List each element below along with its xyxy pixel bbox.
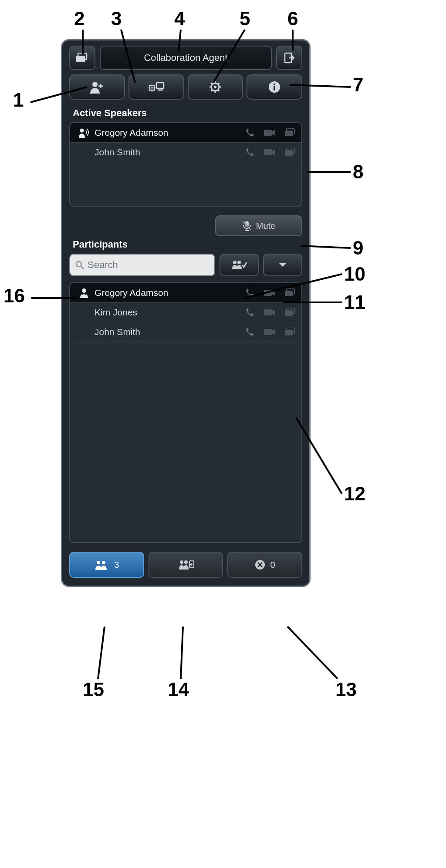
- windows-icon: [76, 53, 88, 63]
- participants-sort-button[interactable]: [220, 254, 259, 276]
- declined-tab[interactable]: 0: [227, 552, 302, 578]
- svg-point-5: [151, 87, 153, 89]
- callout-9: 9: [353, 237, 363, 259]
- svg-point-36: [184, 560, 188, 564]
- participant-row[interactable]: Gregory Adamson: [70, 283, 301, 303]
- svg-rect-32: [285, 330, 293, 335]
- svg-rect-18: [285, 150, 293, 156]
- screen-icon: [285, 148, 295, 157]
- speaker-name: John Smith: [92, 147, 245, 158]
- mute-button[interactable]: Mute: [215, 215, 302, 236]
- callout-6: 6: [287, 8, 298, 30]
- add-person-icon: [90, 80, 105, 94]
- svg-point-21: [233, 261, 237, 264]
- svg-rect-30: [264, 329, 272, 335]
- phone-icon: [245, 288, 254, 298]
- participants-dropdown-button[interactable]: [263, 254, 302, 276]
- windows-button[interactable]: [69, 46, 95, 70]
- phone-icon: [245, 147, 254, 157]
- participant-name: John Smith: [92, 327, 245, 337]
- participants-tab[interactable]: 3: [69, 552, 144, 578]
- svg-rect-11: [274, 86, 275, 90]
- participants-header: Participants: [73, 239, 299, 250]
- callout-11: 11: [344, 292, 365, 313]
- group-check-icon: [231, 259, 247, 271]
- group-icon: [94, 560, 109, 570]
- gear-monitor-icon: [148, 81, 165, 93]
- speaker-row[interactable]: John Smith: [70, 143, 301, 162]
- callout-5: 5: [240, 8, 250, 30]
- search-placeholder: Search: [88, 259, 118, 271]
- empty-area: [70, 162, 301, 206]
- host-icon: [79, 288, 89, 298]
- empty-area: [70, 342, 301, 542]
- info-button[interactable]: [247, 74, 302, 100]
- callout-13: 13: [335, 679, 357, 700]
- settings-button[interactable]: [188, 74, 243, 100]
- phone-icon: [245, 308, 254, 317]
- svg-point-35: [180, 560, 183, 564]
- callout-10: 10: [344, 263, 365, 285]
- callout-12: 12: [344, 483, 365, 505]
- callout-1: 1: [13, 89, 24, 111]
- active-speakers-header: Active Speakers: [73, 107, 299, 119]
- screen-icon: [285, 288, 295, 297]
- svg-line-53: [98, 627, 105, 679]
- exit-icon: [284, 52, 295, 64]
- participants-controls: Search: [69, 254, 302, 276]
- detach-button[interactable]: [276, 46, 302, 70]
- svg-rect-6: [156, 83, 164, 88]
- search-input[interactable]: Search: [69, 254, 215, 276]
- svg-rect-24: [264, 290, 272, 296]
- collaboration-panel: Collaboration Agent: [61, 39, 311, 587]
- info-icon: [268, 81, 280, 93]
- top-bar: Collaboration Agent: [69, 46, 302, 70]
- svg-point-3: [92, 82, 98, 87]
- svg-line-52: [181, 627, 183, 679]
- gear-icon: [209, 80, 222, 94]
- callout-14: 14: [168, 679, 189, 700]
- participants-count: 3: [114, 560, 119, 570]
- mute-label: Mute: [256, 221, 275, 231]
- camera-icon: [264, 328, 275, 336]
- invited-tab[interactable]: [149, 552, 223, 578]
- screen-icon: [285, 128, 295, 137]
- camera-icon: [264, 129, 275, 137]
- svg-rect-16: [264, 149, 272, 155]
- chevron-down-icon: [279, 262, 287, 268]
- participant-name: Kim Jones: [92, 307, 245, 318]
- svg-rect-13: [264, 130, 272, 136]
- svg-rect-15: [285, 131, 293, 136]
- speaker-row[interactable]: Gregory Adamson: [70, 123, 301, 143]
- title-pill: Collaboration Agent: [100, 46, 272, 70]
- svg-point-10: [274, 84, 275, 85]
- svg-point-23: [82, 288, 86, 293]
- svg-rect-27: [264, 309, 272, 315]
- bottom-tabs: 3 0: [69, 552, 302, 578]
- svg-rect-29: [285, 310, 293, 316]
- add-participant-button[interactable]: [69, 74, 125, 100]
- svg-point-22: [237, 261, 241, 264]
- participant-name: Gregory Adamson: [92, 288, 245, 298]
- muted-mic-icon: [242, 221, 252, 231]
- close-circle-icon: [255, 560, 265, 570]
- participants-list: Gregory Adamson Kim Jones John Smith: [69, 282, 302, 543]
- svg-point-34: [102, 561, 105, 564]
- callout-4: 4: [174, 8, 185, 30]
- callout-15: 15: [83, 679, 104, 700]
- callout-8: 8: [353, 161, 363, 183]
- callout-3: 3: [111, 8, 122, 30]
- svg-point-20: [76, 261, 81, 267]
- share-settings-button[interactable]: [128, 74, 184, 100]
- svg-point-12: [80, 129, 84, 133]
- svg-point-8: [214, 86, 216, 88]
- participant-row[interactable]: Kim Jones: [70, 303, 301, 322]
- toolbar: [69, 74, 302, 100]
- callout-7: 7: [353, 74, 363, 96]
- participant-row[interactable]: John Smith: [70, 322, 301, 342]
- phone-icon: [245, 327, 254, 337]
- svg-line-51: [287, 627, 338, 679]
- active-speakers-list: Gregory Adamson John Smith: [69, 122, 302, 207]
- callout-16: 16: [3, 285, 25, 307]
- speaker-name: Gregory Adamson: [92, 127, 245, 138]
